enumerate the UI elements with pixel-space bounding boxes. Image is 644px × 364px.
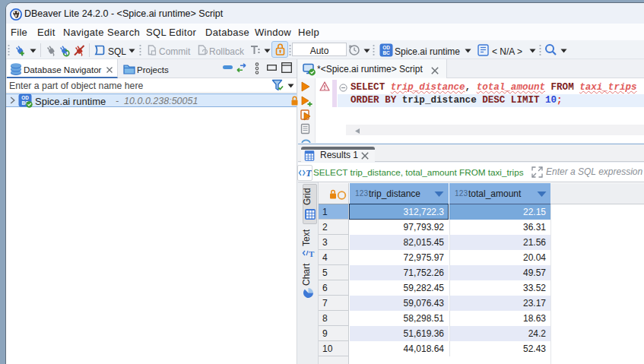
svg-text:T: T	[306, 167, 312, 179]
svg-text:OD: OD	[21, 95, 29, 100]
svg-text:T: T	[309, 249, 315, 258]
svg-text:OD: OD	[382, 45, 390, 50]
svg-text:BC: BC	[382, 50, 390, 55]
